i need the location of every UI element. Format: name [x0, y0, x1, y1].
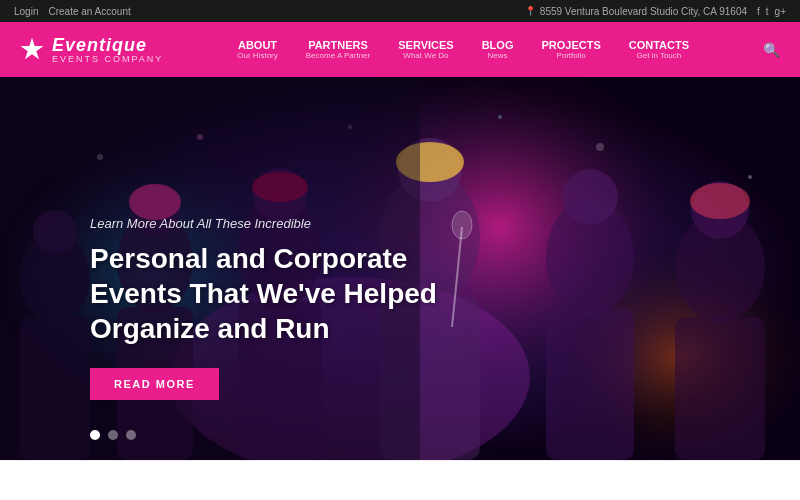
dot-3[interactable]: [126, 430, 136, 440]
nav-contacts[interactable]: CONTACTS Get in Touch: [629, 39, 689, 60]
social-icons: f t g+: [757, 6, 786, 17]
dot-2[interactable]: [108, 430, 118, 440]
svg-point-34: [498, 115, 502, 119]
nav-services[interactable]: SERVICES What We Do: [398, 39, 453, 60]
logo-tagline: Events Company: [52, 54, 163, 64]
googleplus-icon[interactable]: g+: [775, 6, 786, 17]
top-bar: Login Create an Account 8559 Ventura Bou…: [0, 0, 800, 22]
nav-about[interactable]: ABOUT Our History: [237, 39, 277, 60]
hero-section: Learn More About All These Incredible Pe…: [0, 77, 800, 460]
create-account-link[interactable]: Create an Account: [48, 6, 130, 17]
below-hero: [0, 460, 800, 500]
top-bar-links: Login Create an Account: [14, 6, 131, 17]
dot-1[interactable]: [90, 430, 100, 440]
login-link[interactable]: Login: [14, 6, 38, 17]
hero-subtitle: Learn More About All These Incredible: [90, 216, 490, 231]
hero-title: Personal and Corporate Events That We've…: [90, 241, 490, 346]
logo[interactable]: Eventique Events Company: [20, 35, 163, 64]
logo-icon: [20, 38, 44, 62]
main-nav: ABOUT Our History PARTNERS Become A Part…: [237, 39, 689, 60]
svg-point-31: [596, 143, 604, 151]
facebook-icon[interactable]: f: [757, 6, 760, 17]
nav-blog[interactable]: BLOG News: [482, 39, 514, 60]
twitter-icon[interactable]: t: [766, 6, 769, 17]
search-icon[interactable]: 🔍: [763, 42, 780, 58]
svg-point-26: [690, 183, 750, 219]
read-more-button[interactable]: READ MORE: [90, 368, 219, 400]
address-text: 8559 Ventura Boulevard Studio City, CA 9…: [525, 6, 747, 17]
hero-content: Learn More About All These Incredible Pe…: [90, 216, 490, 400]
svg-point-18: [562, 169, 618, 225]
logo-name: Eventique: [52, 35, 163, 56]
svg-rect-19: [546, 309, 634, 460]
svg-rect-22: [675, 317, 765, 460]
logo-text-wrap: Eventique Events Company: [52, 35, 163, 64]
nav-partners[interactable]: PARTNERS Become A Partner: [306, 39, 370, 60]
hero-dots: [90, 430, 136, 440]
top-bar-right: 8559 Ventura Boulevard Studio City, CA 9…: [525, 6, 786, 17]
nav-projects[interactable]: PROJECTS Portfolio: [541, 39, 600, 60]
header: Eventique Events Company ABOUT Our Histo…: [0, 22, 800, 77]
svg-point-32: [748, 175, 752, 179]
